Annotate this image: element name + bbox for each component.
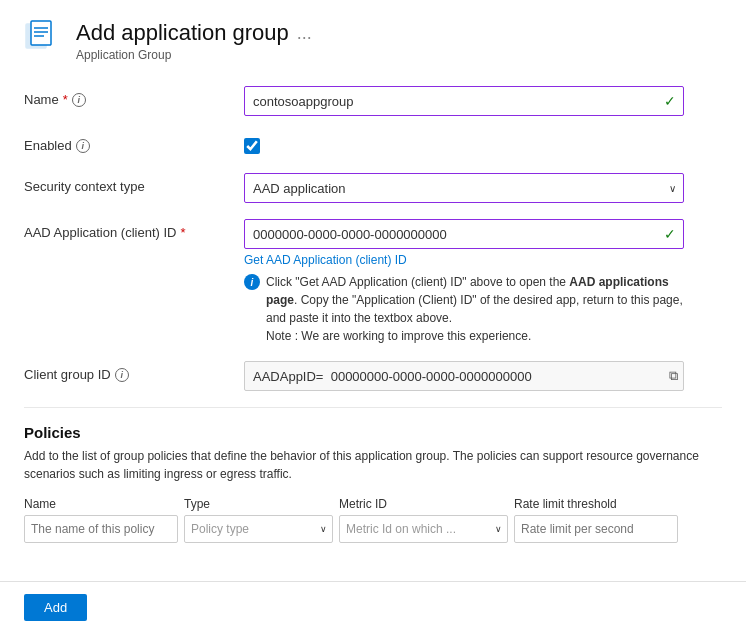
policy-type-select[interactable]: Policy type [184,515,333,543]
page-subtitle: Application Group [76,48,312,62]
section-divider [24,407,722,408]
enabled-label: Enabled i [24,132,244,153]
col-header-metric: Metric ID [339,497,514,511]
aad-info-icon: i [244,274,260,290]
client-group-label: Client group ID i [24,361,244,382]
client-group-copy-icon[interactable]: ⧉ [669,368,678,384]
aad-info-box: i Click "Get AAD Application (client) ID… [244,273,684,345]
enabled-checkbox-wrap [244,132,722,157]
aad-app-link[interactable]: Get AAD Application (client) ID [244,253,722,267]
client-group-input[interactable] [244,361,684,391]
name-input-wrap: ✓ [244,86,722,116]
name-input[interactable] [244,86,684,116]
security-context-label: Security context type [24,173,244,194]
aad-app-wrap: ✓ Get AAD Application (client) ID i Clic… [244,219,722,345]
col-header-name: Name [24,497,184,511]
policies-title: Policies [24,424,722,441]
aad-app-label: AAD Application (client) ID * [24,219,244,240]
enabled-checkbox[interactable] [244,138,260,154]
header-text-block: Add application group ... Application Gr… [76,20,312,62]
policy-type-wrap: Policy type ∨ [184,515,333,543]
aad-app-row: AAD Application (client) ID * ✓ Get AAD … [24,219,722,345]
aad-required: * [180,225,185,240]
policies-description: Add to the list of group policies that d… [24,447,704,483]
security-context-select[interactable]: AAD application [244,173,684,203]
name-info-icon[interactable]: i [72,93,86,107]
policy-metric-select[interactable]: Metric Id on which ... [339,515,508,543]
add-button[interactable]: Add [24,594,87,621]
name-label: Name * i [24,86,244,107]
name-required: * [63,92,68,107]
policy-rate-input[interactable] [514,515,678,543]
client-group-info-icon[interactable]: i [115,368,129,382]
enabled-row: Enabled i [24,132,722,157]
name-check-icon: ✓ [664,93,676,109]
policies-table-header: Name Type Metric ID Rate limit threshold [24,497,714,511]
col-header-rate: Rate limit threshold [514,497,714,511]
table-row: Policy type ∨ Metric Id on which ... ∨ [24,515,714,543]
policy-name-input[interactable] [24,515,178,543]
page-title: Add application group [76,20,289,46]
aad-app-input[interactable] [244,219,684,249]
enabled-info-icon[interactable]: i [76,139,90,153]
aad-check-icon: ✓ [664,226,676,242]
client-group-wrap: ⧉ [244,361,722,391]
footer: Add [0,581,746,633]
col-header-type: Type [184,497,339,511]
svg-rect-1 [31,21,51,45]
aad-info-note: Note : We are working to improve this ex… [266,329,531,343]
app-group-icon [24,20,64,60]
header-more-options[interactable]: ... [297,23,312,44]
security-context-wrap: AAD application ∨ [244,173,722,203]
client-group-row: Client group ID i ⧉ [24,361,722,391]
page-header: Add application group ... Application Gr… [24,20,722,62]
policy-metric-wrap: Metric Id on which ... ∨ [339,515,508,543]
aad-info-text: Click "Get AAD Application (client) ID" … [266,273,684,345]
policies-section: Policies Add to the list of group polici… [24,424,722,543]
security-context-row: Security context type AAD application ∨ [24,173,722,203]
name-row: Name * i ✓ [24,86,722,116]
policies-table: Name Type Metric ID Rate limit threshold… [24,497,714,543]
